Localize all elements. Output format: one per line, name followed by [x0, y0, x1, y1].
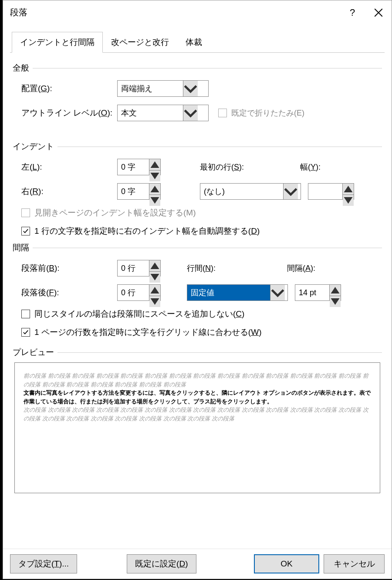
firstline-label: 最初の行(S):	[200, 162, 300, 172]
firstline-value: (なし)	[200, 184, 283, 199]
check-icon	[23, 228, 29, 234]
spinner-buttons	[342, 184, 354, 199]
interval-spinner[interactable]: 14 pt	[295, 284, 341, 301]
dialog-body: インデントと行間隔 改ページと改行 体裁 全般 配置(G): 両端揃え アウトラ…	[3, 24, 392, 549]
preview-box: 前の段落 前の段落 前の段落 前の段落 前の段落 前の段落 前の段落 前の段落 …	[14, 362, 380, 493]
chevron-down-icon	[183, 81, 198, 96]
firstline-select[interactable]: (なし)	[200, 183, 301, 200]
line-spacing-select[interactable]: 固定値	[187, 284, 288, 301]
spinner-up-icon[interactable]	[149, 159, 160, 171]
tab-bar: インデントと行間隔 改ページと改行 体裁	[10, 31, 385, 53]
tab-page-break[interactable]: 改ページと改行	[103, 32, 177, 53]
outline-select[interactable]: 本文	[117, 105, 209, 121]
line-spacing-label: 行間(N):	[187, 263, 287, 273]
before-value: 0 行	[118, 260, 149, 276]
dialog-footer: タブ設定(T)... 既定に設定(D) OK キャンセル	[3, 549, 392, 579]
spinner-up-icon[interactable]	[149, 184, 160, 195]
tab-format[interactable]: 体裁	[177, 32, 210, 53]
nospace-checkbox[interactable]	[21, 310, 30, 318]
chevron-down-icon	[183, 105, 198, 121]
after-spinner[interactable]: 0 行	[117, 284, 161, 301]
alignment-value: 両端揃え	[118, 81, 183, 96]
interval-label: 間隔(A):	[287, 263, 315, 273]
spinner-up-icon[interactable]	[149, 285, 160, 296]
indent-right-value: 0 字	[118, 184, 149, 199]
check-icon	[23, 329, 29, 335]
spinner-down-icon[interactable]	[149, 296, 160, 307]
chevron-down-icon	[283, 184, 298, 199]
after-value: 0 行	[118, 285, 149, 300]
spinner-down-icon[interactable]	[330, 296, 341, 307]
divider	[33, 68, 382, 68]
tabs-settings-button[interactable]: タブ設定(T)...	[10, 554, 77, 573]
chevron-down-icon	[270, 285, 285, 300]
ok-button[interactable]: OK	[254, 554, 319, 573]
help-button[interactable]: ?	[339, 0, 365, 24]
section-preview: プレビュー	[13, 347, 382, 358]
spinner-buttons	[149, 260, 160, 276]
preview-sample-text: 文書内に写真をレイアウトする方法を変更するには、写真をクリックすると、隣にレイア…	[24, 389, 371, 406]
indent-right-spinner[interactable]: 0 字	[117, 183, 161, 200]
auto-indent-checkbox[interactable]	[21, 227, 30, 235]
spinner-buttons	[149, 159, 160, 175]
indent-left-value: 0 字	[118, 159, 149, 175]
grid-checkbox[interactable]	[21, 328, 30, 337]
preview-after-text: 次の段落 次の段落 次の段落 次の段落 次の段落 次の段落 次の段落 次の段落 …	[24, 406, 371, 423]
section-indent-label: インデント	[13, 141, 54, 152]
spinner-buttons	[149, 285, 160, 300]
spinner-down-icon[interactable]	[149, 195, 160, 206]
nospace-label: 同じスタイルの場合は段落間にスペースを追加しない(C)	[34, 308, 244, 320]
indent-left-spinner[interactable]: 0 字	[117, 159, 161, 175]
auto-indent-label: 1 行の文字数を指定時に右のインデント幅を自動調整する(D)	[34, 225, 260, 237]
section-general-label: 全般	[13, 62, 29, 74]
spinner-down-icon[interactable]	[149, 171, 160, 181]
section-spacing-label: 間隔	[13, 242, 29, 253]
indent-left-label: 左(L):	[21, 161, 117, 173]
preview-before-text: 前の段落 前の段落 前の段落 前の段落 前の段落 前の段落 前の段落 前の段落 …	[24, 372, 371, 389]
section-spacing: 間隔	[13, 242, 382, 253]
collapse-label: 既定で折りたたみ(E)	[231, 108, 304, 118]
collapse-checkbox[interactable]	[218, 109, 227, 117]
spinner-up-icon[interactable]	[149, 260, 160, 272]
divider	[57, 352, 382, 353]
before-spinner[interactable]: 0 行	[117, 260, 161, 276]
set-default-button[interactable]: 既定に設定(D)	[127, 554, 196, 573]
width-label: 幅(Y):	[300, 162, 321, 172]
divider	[33, 248, 382, 248]
width-spinner[interactable]	[308, 183, 354, 200]
mirror-indent-checkbox[interactable]	[21, 208, 30, 217]
spinner-down-icon[interactable]	[149, 272, 160, 283]
spinner-buttons	[329, 285, 341, 300]
paragraph-dialog: 段落 ? インデントと行間隔 改ページと改行 体裁 全般 配置(G): 両端揃え	[3, 0, 392, 579]
spinner-up-icon[interactable]	[330, 285, 341, 296]
outline-label: アウトライン レベル(O):	[21, 107, 117, 119]
interval-value: 14 pt	[295, 285, 329, 300]
spinner-down-icon[interactable]	[343, 195, 354, 206]
titlebar: 段落 ?	[3, 0, 392, 24]
close-icon	[374, 8, 383, 17]
divider	[57, 147, 382, 147]
after-label: 段落後(F):	[21, 287, 117, 298]
spinner-up-icon[interactable]	[343, 184, 354, 195]
dialog-title: 段落	[10, 7, 339, 18]
alignment-label: 配置(G):	[21, 83, 117, 94]
outline-value: 本文	[118, 105, 183, 121]
line-spacing-value: 固定値	[187, 285, 270, 300]
section-indent: インデント	[13, 141, 382, 152]
indent-right-label: 右(R):	[21, 186, 117, 197]
section-preview-label: プレビュー	[13, 347, 54, 358]
before-label: 段落前(B):	[21, 263, 117, 274]
cancel-button[interactable]: キャンセル	[324, 554, 385, 573]
tab-content: 全般 配置(G): 両端揃え アウトライン レベル(O): 本文 既定で折りたた…	[10, 53, 385, 542]
spinner-buttons	[149, 184, 160, 199]
grid-label: 1 ページの行数を指定時に文字を行グリッド線に合わせる(W)	[34, 327, 261, 338]
tab-indent-spacing[interactable]: インデントと行間隔	[12, 32, 103, 53]
section-general: 全般	[13, 62, 382, 74]
mirror-indent-label: 見開きページのインデント幅を設定する(M)	[34, 207, 196, 218]
width-value	[308, 184, 342, 199]
alignment-select[interactable]: 両端揃え	[117, 80, 209, 97]
close-button[interactable]	[365, 0, 392, 24]
